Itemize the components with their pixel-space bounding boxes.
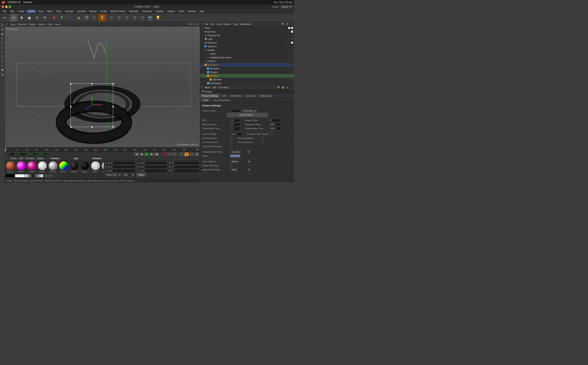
light-obj-btn[interactable]: 💡	[154, 14, 162, 21]
timeline-btn[interactable]: ⊞	[195, 153, 199, 156]
color-swatch[interactable]	[230, 154, 240, 157]
left-tool-1[interactable]: ⊙	[0, 23, 5, 27]
subtab-todo[interactable]: To Do	[200, 98, 211, 102]
obj-menu-objects[interactable]: Objects	[223, 23, 231, 25]
obj-menu-file[interactable]: File	[205, 23, 209, 25]
menu-mograph[interactable]: MoGraph	[127, 10, 140, 13]
autokey-btn[interactable]: ⚫	[167, 153, 171, 156]
tab-x-particles[interactable]: X-Particles	[228, 94, 243, 98]
render-settings[interactable]: 🎛	[98, 14, 106, 21]
obj-menu-edit[interactable]: Edit	[211, 23, 214, 25]
viewport-canvas[interactable]: Perspective	[5, 27, 200, 147]
obj-filter-icon[interactable]: ⊞	[285, 22, 289, 26]
left-tool-12[interactable]: 🔪	[0, 72, 5, 77]
size-x-input[interactable]	[140, 161, 167, 165]
obj-xptrail[interactable]: xpTrail ✓ ✓ ▤	[200, 85, 294, 85]
menu-render[interactable]: Render	[88, 10, 99, 13]
obj-emitters[interactable]: Emitters ✓ ✓	[200, 74, 294, 78]
undo-button[interactable]: ↩	[1, 14, 8, 21]
left-tool-9[interactable]: ↗	[0, 59, 5, 63]
add-keyframe-btn[interactable]: +	[179, 153, 184, 156]
use-deformers-check[interactable]: ✓	[262, 141, 264, 143]
material-gradient-1[interactable]: Gradient	[16, 161, 26, 173]
left-tool-4[interactable]: ↻	[0, 36, 5, 41]
material-chrome[interactable]: Chrome	[48, 161, 58, 173]
menu-file[interactable]: File	[1, 10, 8, 13]
left-tool-11[interactable]: ⬢	[0, 68, 5, 72]
attr-info-icon[interactable]: ℹ	[285, 86, 289, 89]
material-black[interactable]: Black_li	[80, 161, 90, 173]
min-time-input[interactable]	[230, 123, 240, 126]
use-expression-check[interactable]: ✓	[261, 137, 263, 139]
render-btn[interactable]: ▤	[75, 14, 82, 21]
use-animation-check[interactable]: ✓	[230, 137, 232, 139]
obj-search-icon[interactable]: 🔍	[281, 22, 285, 26]
play-btn[interactable]: ▶	[145, 153, 149, 156]
cylinder-btn[interactable]: ⬡	[123, 14, 131, 21]
material-classic[interactable]: Classic_	[37, 161, 47, 173]
size-z-input[interactable]	[140, 169, 167, 172]
menu-script[interactable]: Script	[177, 10, 186, 13]
material-menu-function[interactable]: Function	[26, 157, 34, 160]
move-tool[interactable]: ✚	[18, 14, 25, 21]
obj-xpsystem1[interactable]: xpSystem.1 ✓ ✓	[200, 63, 294, 67]
cube-btn[interactable]: ⬡	[108, 14, 115, 21]
left-tool-2[interactable]: ✚	[0, 27, 5, 31]
left-tool-10[interactable]: ✏	[0, 63, 5, 67]
viewport-menu-view[interactable]: View	[10, 23, 15, 26]
obj-null1[interactable]: ▸ Null.1 ⬜ ⬜	[200, 26, 294, 30]
viewport-snap-icon[interactable]: ⊕	[190, 23, 192, 26]
use-generators-check[interactable]: ✓	[230, 141, 232, 143]
max-time-input[interactable]	[37, 153, 47, 156]
swatch-gradient2[interactable]	[34, 174, 43, 177]
material-menu-texture[interactable]: Texture	[37, 157, 44, 160]
swatch-pattern1[interactable]	[43, 174, 52, 177]
layout-select[interactable]: Startup	[280, 5, 292, 8]
material-menu-edit[interactable]: Edit	[19, 157, 23, 160]
obj-circle[interactable]: ○ Circle ✓ ✓	[200, 52, 294, 56]
pos-y-input[interactable]	[108, 165, 135, 168]
render-to-po[interactable]: 🎥	[91, 14, 98, 21]
left-tool-5[interactable]: ⬡	[0, 41, 5, 45]
menu-mesh[interactable]: Mesh	[45, 10, 54, 13]
obj-camera[interactable]: 📷 Camera ✓ ⬜	[200, 30, 294, 34]
end-time-input[interactable]	[26, 153, 36, 156]
left-tool-8[interactable]: ⊘	[0, 54, 5, 58]
material-plastic-t[interactable]: Plastic T	[90, 161, 101, 173]
viewport-expand-icon[interactable]: ⤢	[187, 23, 189, 26]
psr-apply-btn[interactable]: Apply	[136, 173, 146, 176]
preview-max-input[interactable]	[269, 127, 281, 130]
keyframe-settings-btn[interactable]: P	[184, 153, 189, 156]
obj-menu-bookmarks[interactable]: Bookmarks	[240, 23, 251, 25]
menu-help[interactable]: Help	[198, 10, 206, 13]
render-lod-check[interactable]	[270, 133, 273, 135]
tab-info[interactable]: Info	[220, 94, 228, 98]
y-axis-btn[interactable]: Y	[58, 14, 65, 21]
use-motion-check[interactable]	[230, 145, 232, 147]
transform-tool[interactable]: ⟳	[41, 14, 49, 21]
rot-b-input[interactable]	[172, 169, 199, 172]
menu-sculpt[interactable]: Sculpt	[99, 10, 109, 13]
record-btn[interactable]: ●	[162, 153, 166, 156]
viewport-menu-options[interactable]: Options	[38, 23, 46, 26]
viewport-menu-panel[interactable]: Panel	[55, 23, 61, 26]
menu-select[interactable]: Select	[27, 10, 36, 13]
fcurve-btn[interactable]: 〰	[189, 153, 194, 156]
plane-btn[interactable]: ⬡	[131, 14, 138, 21]
material-plastic-s2[interactable]: Plastic S	[101, 161, 104, 173]
input-color-profile-select[interactable]: sRGB Linear	[230, 168, 250, 171]
z-axis-btn[interactable]: Z	[66, 14, 73, 21]
current-time-input[interactable]	[16, 153, 26, 156]
go-start-btn[interactable]: |◀	[134, 153, 139, 156]
material-cd-pro[interactable]: CD Pro..	[58, 161, 69, 173]
left-tool-7[interactable]: ●	[0, 50, 5, 54]
menu-character[interactable]: Character	[141, 10, 154, 13]
menu-tools[interactable]: Tools	[36, 10, 45, 13]
obj-generators[interactable]: Generators ✓ ✓	[200, 81, 294, 85]
pos-x-input[interactable]	[108, 161, 135, 165]
obj-xpemitter[interactable]: xpEmitter ✓ ✓ ▤	[200, 78, 294, 81]
menu-window[interactable]: Window	[186, 10, 198, 13]
linear-workflow-check[interactable]: ✓	[230, 164, 232, 167]
obj-physical-sky[interactable]: ☁ Physical Sky ✓ ✕	[200, 34, 294, 37]
psr-size-select[interactable]: Size	[122, 173, 135, 176]
